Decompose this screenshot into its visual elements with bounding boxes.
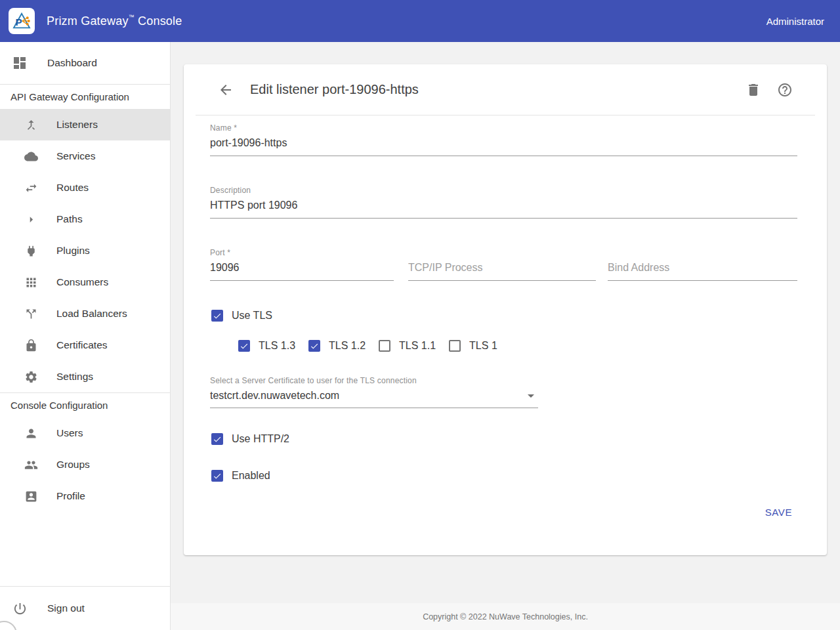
checkbox-icon <box>449 340 461 352</box>
user-menu[interactable]: Administrator <box>766 16 824 27</box>
sidebar-item-plugins[interactable]: Plugins <box>0 235 170 266</box>
tls-1-1-checkbox[interactable]: TLS 1.1 <box>379 340 436 352</box>
merge-type-icon <box>24 118 38 132</box>
sidebar-item-settings[interactable]: Settings <box>0 361 170 392</box>
power-icon <box>12 601 28 616</box>
checkbox-icon <box>308 340 320 352</box>
name-input[interactable] <box>210 133 797 156</box>
checkbox-icon <box>211 433 223 445</box>
chevron-down-icon <box>528 394 534 398</box>
tls-1-2-checkbox[interactable]: TLS 1.2 <box>308 340 366 352</box>
prizm-logo-icon: P <box>11 10 32 32</box>
app-root: P Prizm Gateway™ Console Administrator D… <box>0 0 840 630</box>
footer: Copyright © 2022 NuWave Technologies, In… <box>171 603 840 630</box>
sidebar-item-consumers[interactable]: Consumers <box>0 266 170 298</box>
section-api-gateway-configuration: API Gateway Configuration <box>0 85 170 109</box>
sign-out-button[interactable]: Sign out <box>0 587 170 630</box>
tls-1-checkbox[interactable]: TLS 1 <box>449 340 497 352</box>
help-icon[interactable] <box>777 82 793 98</box>
section-console-configuration: Console Configuration <box>0 393 170 417</box>
sidebar-item-users[interactable]: Users <box>0 417 170 449</box>
svg-text:P: P <box>15 16 22 28</box>
sidebar-item-dashboard[interactable]: Dashboard <box>0 42 170 84</box>
card-title: Edit listener port-19096-https <box>250 82 419 97</box>
checkbox-icon <box>379 340 390 352</box>
back-arrow-icon[interactable] <box>218 82 234 98</box>
port-label: Port * <box>210 248 394 257</box>
dashboard-icon <box>12 55 28 71</box>
checkbox-icon <box>211 470 223 482</box>
description-label: Description <box>210 186 797 195</box>
tls-versions-group: TLS 1.3 TLS 1.2 TLS 1.1 <box>238 340 797 352</box>
main-content: Edit listener port-19096-https Name * <box>171 42 840 630</box>
use-tls-checkbox[interactable]: Use TLS <box>211 310 797 322</box>
app-logo: P <box>9 8 35 34</box>
checkbox-icon <box>238 340 250 352</box>
person-icon <box>24 427 38 440</box>
sidebar-item-groups[interactable]: Groups <box>0 449 170 480</box>
page-title: Prizm Gateway™ Console <box>47 14 182 28</box>
sidebar-item-listeners[interactable]: Listeners <box>0 109 170 140</box>
plug-icon <box>24 244 38 258</box>
sidebar-item-services[interactable]: Services <box>0 140 170 172</box>
save-button[interactable]: SAVE <box>760 500 797 524</box>
sidebar-item-profile[interactable]: Profile <box>0 480 170 512</box>
sidebar-item-certificates[interactable]: Certificates <box>0 329 170 361</box>
bind-address-input[interactable] <box>608 257 797 281</box>
edit-listener-card: Edit listener port-19096-https Name * <box>184 64 827 555</box>
account-box-icon <box>24 490 38 503</box>
use-http2-checkbox[interactable]: Use HTTP/2 <box>211 433 797 445</box>
checkbox-icon <box>211 310 223 322</box>
enabled-checkbox[interactable]: Enabled <box>211 470 797 482</box>
cloud-icon <box>24 150 38 163</box>
arrow-right-icon <box>24 213 38 226</box>
sidebar-item-routes[interactable]: Routes <box>0 172 170 203</box>
name-label: Name * <box>210 123 797 133</box>
certificate-label: Select a Server Certificate to user for … <box>210 376 538 385</box>
sidebar: Dashboard API Gateway Configuration List… <box>0 42 171 630</box>
description-input[interactable] <box>210 195 797 219</box>
tls-1-3-checkbox[interactable]: TLS 1.3 <box>238 340 295 352</box>
apps-grid-icon <box>24 276 38 289</box>
people-icon <box>24 458 38 472</box>
sidebar-item-paths[interactable]: Paths <box>0 203 170 235</box>
lock-icon <box>24 339 38 352</box>
call-split-icon <box>24 307 38 321</box>
tcpip-process-input[interactable] <box>408 257 596 281</box>
card-header: Edit listener port-19096-https <box>184 64 827 115</box>
trash-icon[interactable] <box>746 82 761 98</box>
port-input[interactable] <box>210 257 394 281</box>
sidebar-item-load-balancers[interactable]: Load Balancers <box>0 298 170 329</box>
gear-icon <box>24 370 38 384</box>
app-header: P Prizm Gateway™ Console Administrator <box>0 0 840 42</box>
copyright-text: Copyright © 2022 NuWave Technologies, In… <box>423 612 588 621</box>
certificate-select[interactable]: testcrt.dev.nuwavetech.com <box>210 385 538 408</box>
swap-horizontal-icon <box>24 181 38 195</box>
listener-form: Name * Description Port * <box>184 116 827 555</box>
